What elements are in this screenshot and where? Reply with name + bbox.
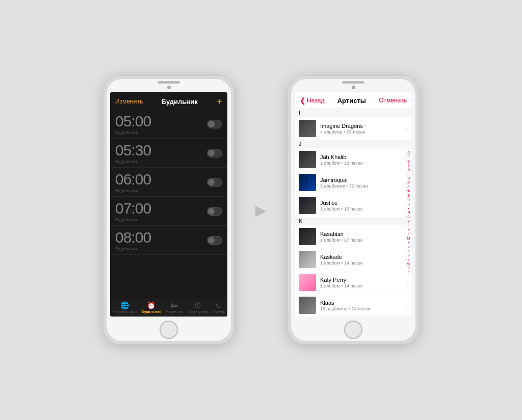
phone-top-bar-alarm <box>103 76 234 92</box>
alarm-screen: Изменить Будильник + 05:00 Будильник 05:… <box>110 92 227 317</box>
artist-meta: 19 альбомов • 74 песни <box>320 306 406 311</box>
alarm-item-label: Будильник <box>115 188 151 193</box>
alpha-index[interactable]: AГЕЗКЕНЕРФЕЧЬ•ЯС•F•JМ•реS•WZ# <box>406 109 411 317</box>
alpha-letter-•[interactable]: • <box>406 258 411 262</box>
alpha-letter-#[interactable]: # <box>406 271 411 275</box>
alarm-item-label: Будильник <box>115 159 151 164</box>
toggle-knob <box>208 237 215 244</box>
alarm-time: 08:00 <box>115 229 151 246</box>
artist-item[interactable]: Kasabian 1 альбом • 27 песен › <box>295 225 412 248</box>
artist-item[interactable]: Jah Khalib 1 альбом • 18 песен › <box>295 148 412 171</box>
artist-thumbnail <box>299 151 316 168</box>
artist-info: Justice 1 альбом • 12 песен <box>320 200 406 212</box>
alarm-time: 05:00 <box>115 113 151 129</box>
alpha-letter-Ф[interactable]: Ф <box>406 189 411 193</box>
back-button[interactable]: ❮ Назад <box>300 96 324 104</box>
artist-meta: 1 альбом • 27 песен <box>320 238 406 243</box>
home-button-music[interactable] <box>344 321 362 339</box>
tab-item-Будильник[interactable]: ⏰ Будильник <box>142 301 161 313</box>
alarm-toggle[interactable] <box>207 207 222 216</box>
alarm-item[interactable]: 07:00 Будильник <box>110 197 227 226</box>
alpha-letter-С[interactable]: С <box>406 215 411 219</box>
artist-info: Kasabian 1 альбом • 27 песен <box>320 231 406 243</box>
alpha-letter-Н[interactable]: Н <box>406 176 411 180</box>
tab-icon: ⏲ <box>215 301 222 309</box>
alarm-item-label: Будильник <box>115 217 151 222</box>
toggle-knob <box>208 179 215 186</box>
alpha-letter-Р[interactable]: Р <box>406 185 411 189</box>
alarm-item[interactable]: 08:00 Будильник <box>110 226 227 255</box>
tab-label: Режим сна <box>166 310 184 313</box>
alpha-letter-р[interactable]: р <box>406 245 411 249</box>
alpha-letter-К[interactable]: К <box>406 168 411 172</box>
alarm-item[interactable]: 05:00 Будильник <box>110 110 227 139</box>
tab-item-Таймер[interactable]: ⏲ Таймер <box>213 301 225 313</box>
artist-item[interactable]: Kaskade 1 альбом • 14 песен › <box>295 248 412 271</box>
artist-info: Jamiroquai 5 альбомов • 35 песен <box>320 177 406 189</box>
artist-meta: 5 альбомов • 35 песен <box>320 183 406 189</box>
artist-item[interactable]: Klaas 19 альбомов • 74 песни › <box>295 294 412 317</box>
artist-info: Imagine Dragons 4 альбома • 67 песен <box>320 123 406 135</box>
alpha-letter-F[interactable]: F <box>406 223 411 227</box>
artist-item[interactable]: Imagine Dragons 4 альбома • 67 песен › <box>295 117 412 140</box>
alpha-letter-Е[interactable]: Е <box>406 172 411 176</box>
artist-item[interactable]: Jamiroquai 5 альбомов • 35 песен › <box>295 171 412 194</box>
alarm-toggle[interactable] <box>207 120 222 128</box>
toggle-knob <box>208 150 215 156</box>
alpha-letter-Z[interactable]: Z <box>406 266 411 270</box>
chevron-left-icon: ❮ <box>300 96 306 104</box>
artist-item[interactable]: Justice 1 альбом • 12 песен › <box>295 194 412 217</box>
alpha-letter-Ь[interactable]: Ь <box>406 202 411 206</box>
phone-top-bar-music <box>288 76 419 92</box>
alpha-letter-W[interactable]: W <box>406 262 411 266</box>
toggle-knob <box>208 208 215 215</box>
music-header: ❮ Назад Артисты Отменить <box>295 92 412 109</box>
alarm-toggle[interactable] <box>207 236 222 245</box>
alarm-toggle[interactable] <box>207 178 222 187</box>
alpha-letter-Ч[interactable]: Ч <box>406 198 411 202</box>
artist-thumbnail <box>299 120 316 137</box>
artist-item[interactable]: Katy Perry 1 альбом • 14 песен › <box>295 271 412 294</box>
artist-thumbnail <box>299 228 316 245</box>
alpha-letter-е[interactable]: е <box>406 249 411 253</box>
artist-info: Klaas 19 альбомов • 74 песни <box>320 300 406 311</box>
home-button-alarm[interactable] <box>160 321 178 339</box>
artist-meta: 1 альбом • 14 песен <box>320 283 406 288</box>
camera-music <box>352 86 355 89</box>
alpha-letter-•[interactable]: • <box>406 219 411 223</box>
artist-name: Jamiroquai <box>320 177 406 183</box>
back-label: Назад <box>307 97 324 104</box>
alpha-letter-J[interactable]: J <box>406 232 411 236</box>
tab-item-Секундомер[interactable]: ⏱ Секундомер <box>188 301 208 313</box>
tab-icon: 🌐 <box>120 301 129 309</box>
music-phone: ❮ Назад Артисты Отменить I Imagine Drago… <box>287 75 420 345</box>
alpha-letter-З[interactable]: З <box>406 164 411 168</box>
alpha-letter-Е[interactable]: Е <box>406 160 411 164</box>
alarm-time: 07:00 <box>115 200 151 217</box>
alarm-item[interactable]: 06:00 Будильник <box>110 168 227 197</box>
arrow-indicator: ▶ <box>255 202 267 219</box>
alarm-add-button[interactable]: + <box>216 96 222 107</box>
cancel-button[interactable]: Отменить <box>379 97 407 104</box>
alarm-item[interactable]: 05:30 Будильник <box>110 139 227 168</box>
artist-thumbnail <box>299 274 316 291</box>
alpha-letter-•[interactable]: • <box>406 241 411 245</box>
alpha-letter-Г[interactable]: Г <box>406 155 411 159</box>
tab-item-Режим сна[interactable]: 🛏 Режим сна <box>166 301 184 313</box>
alpha-letter-S[interactable]: S <box>406 253 411 257</box>
artist-name: Klaas <box>320 300 406 306</box>
alarm-toggle[interactable] <box>207 149 222 158</box>
alpha-letter-•[interactable]: • <box>406 206 411 211</box>
alpha-letter-Е[interactable]: Е <box>406 181 411 185</box>
alpha-letter-Е[interactable]: Е <box>406 194 411 198</box>
alarm-edit-button[interactable]: Изменить <box>115 98 143 105</box>
artist-info: Kaskade 1 альбом • 14 песен <box>320 254 406 266</box>
alarm-item-left: 05:00 Будильник <box>115 113 151 135</box>
alpha-letter-A[interactable]: A <box>406 151 411 155</box>
alpha-letter-Я[interactable]: Я <box>406 211 411 215</box>
alpha-letter-•[interactable]: • <box>406 228 411 232</box>
section-header-K: K <box>295 217 412 225</box>
alarm-item-left: 07:00 Будильник <box>115 200 151 222</box>
alpha-letter-М[interactable]: М <box>406 237 411 241</box>
tab-item-Мировые часы[interactable]: 🌐 Мировые часы <box>112 301 137 313</box>
